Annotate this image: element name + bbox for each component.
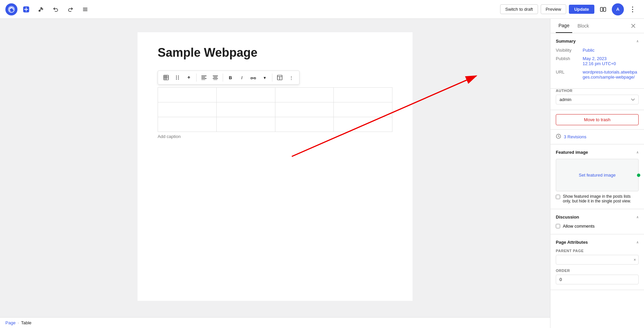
switch-draft-button[interactable]: Switch to draft	[500, 4, 538, 14]
featured-image-area: Set featured image	[556, 159, 639, 191]
tools-button[interactable]	[35, 3, 47, 15]
more-options-button[interactable]: ⋮	[286, 72, 297, 83]
toolbar-divider-1	[196, 74, 197, 82]
add-caption[interactable]: Add caption	[158, 134, 392, 139]
parent-page-input[interactable]	[556, 255, 639, 265]
table-cell[interactable]	[334, 117, 392, 132]
publish-label: Publish	[556, 56, 583, 61]
url-value[interactable]: wordpress-tutorials.atwebpages.com/sampl…	[583, 69, 639, 80]
table-cell[interactable]	[216, 88, 275, 102]
page-title: Sample Webpage	[158, 46, 392, 60]
table-cell[interactable]	[334, 88, 392, 102]
parent-page-label: PARENT PAGE	[556, 249, 639, 253]
topbar-right: Switch to draft Preview Update A	[500, 3, 639, 15]
add-block-button[interactable]	[20, 3, 32, 15]
allow-comments-checkbox[interactable]	[556, 224, 560, 228]
featured-image-section: Featured image ∧ Set featured image Show…	[550, 144, 644, 209]
summary-section-header[interactable]: Summary ∧	[556, 39, 639, 44]
italic-button[interactable]: I	[236, 72, 247, 83]
page-attributes-section: Page Attributes ∧ PARENT PAGE × ORDER	[550, 234, 644, 290]
tab-page[interactable]: Page	[556, 19, 572, 33]
summary-toggle-icon: ∧	[636, 39, 639, 43]
breadcrumb-table[interactable]: Table	[21, 320, 32, 325]
table-cell[interactable]	[216, 102, 275, 117]
undo-button[interactable]	[50, 3, 62, 15]
redo-button[interactable]	[64, 3, 76, 15]
discussion-section-header[interactable]: Discussion ∧	[556, 215, 639, 220]
table-cell[interactable]	[158, 88, 217, 102]
parent-page-input-wrap: ×	[556, 255, 639, 265]
preview-button[interactable]: Preview	[541, 4, 566, 14]
table-cell[interactable]	[158, 102, 217, 117]
settings-toggle-button[interactable]	[597, 3, 609, 15]
revisions-label: 3 Revisions	[564, 134, 586, 139]
svg-point-16	[178, 79, 179, 79]
svg-rect-10	[164, 75, 168, 80]
table-icon-button[interactable]	[161, 72, 171, 83]
table-toolbar: B I ▾ ⋮	[158, 71, 300, 85]
discussion-section: Discussion ∧ Allow comments	[550, 209, 644, 234]
green-dot	[637, 174, 640, 177]
sidebar: Page Block Summary ∧ Visibility Public P…	[550, 19, 644, 328]
author-label: AUTHOR	[556, 89, 639, 93]
svg-point-13	[176, 77, 177, 78]
link-button[interactable]	[248, 72, 259, 83]
sidebar-tabs: Page Block	[550, 19, 644, 33]
clock-icon	[556, 134, 561, 140]
url-label: URL	[556, 69, 583, 75]
table-row	[158, 117, 392, 132]
table-row	[158, 88, 392, 102]
options-button[interactable]	[627, 3, 639, 15]
featured-image-header[interactable]: Featured image ∧	[556, 150, 639, 155]
set-featured-image-button[interactable]: Set featured image	[556, 159, 639, 191]
topbar-left	[5, 3, 91, 15]
svg-rect-3	[600, 7, 603, 11]
insert-table-button[interactable]	[274, 72, 285, 83]
featured-image-checkbox-label[interactable]: Show featured image in the posts lists o…	[563, 194, 639, 203]
table-cell[interactable]	[158, 117, 217, 132]
featured-image-checkbox-wrap: Show featured image in the posts lists o…	[556, 194, 639, 203]
visibility-value[interactable]: Public	[583, 48, 594, 53]
svg-point-6	[632, 9, 633, 10]
editor-area: Sample Webpage	[0, 19, 550, 328]
table-cell[interactable]	[216, 117, 275, 132]
svg-rect-4	[603, 7, 606, 11]
discussion-toggle-icon: ∧	[636, 215, 639, 219]
table-cell[interactable]	[334, 102, 392, 117]
allow-comments-row: Allow comments	[556, 224, 639, 229]
update-button[interactable]: Update	[569, 5, 594, 14]
close-sidebar-button[interactable]	[628, 20, 639, 31]
table-cell[interactable]	[275, 102, 334, 117]
page-attributes-header[interactable]: Page Attributes ∧	[556, 240, 639, 245]
table-cell[interactable]	[275, 88, 334, 102]
publish-value[interactable]: May 2, 2023 12:16 pm UTC+0	[583, 56, 616, 66]
parent-page-clear-button[interactable]: ×	[634, 257, 636, 262]
link-dropdown-button[interactable]: ▾	[259, 72, 270, 83]
avatar-button[interactable]: A	[612, 3, 624, 15]
page-attributes-title: Page Attributes	[556, 240, 588, 245]
featured-image-checkbox[interactable]	[556, 195, 560, 199]
drag-handle-button[interactable]	[172, 72, 183, 83]
align-center-button[interactable]	[210, 72, 221, 83]
allow-comments-label[interactable]: Allow comments	[563, 224, 595, 229]
editor-content: Sample Webpage	[138, 32, 413, 301]
breadcrumb-separator: ›	[17, 320, 19, 325]
tab-block[interactable]: Block	[575, 19, 592, 33]
order-input[interactable]	[556, 275, 639, 284]
svg-point-7	[632, 11, 633, 12]
list-view-button[interactable]	[79, 3, 91, 15]
table-cell[interactable]	[275, 117, 334, 132]
featured-image-toggle-icon: ∧	[636, 150, 639, 154]
move-to-trash-button[interactable]: Move to trash	[556, 114, 639, 125]
main-layout: Sample Webpage	[0, 19, 644, 328]
wp-logo	[5, 3, 17, 15]
sample-table	[158, 87, 392, 132]
revisions-row[interactable]: 3 Revisions	[550, 130, 644, 144]
breadcrumb-page[interactable]: Page	[5, 320, 15, 325]
align-left-button[interactable]	[199, 72, 209, 83]
svg-point-15	[176, 79, 177, 79]
publish-row: Publish May 2, 2023 12:16 pm UTC+0	[556, 56, 639, 66]
move-up-button[interactable]	[183, 72, 194, 83]
bold-button[interactable]: B	[225, 72, 236, 83]
author-select[interactable]: admin	[556, 95, 639, 104]
